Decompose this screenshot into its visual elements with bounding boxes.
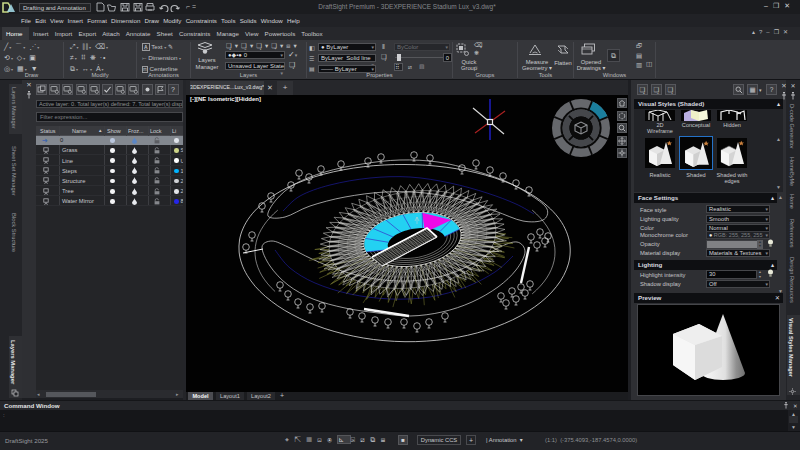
svg-text:?: ?	[171, 86, 175, 93]
svg-text:⌐ =: ⌐ =	[186, 3, 196, 10]
